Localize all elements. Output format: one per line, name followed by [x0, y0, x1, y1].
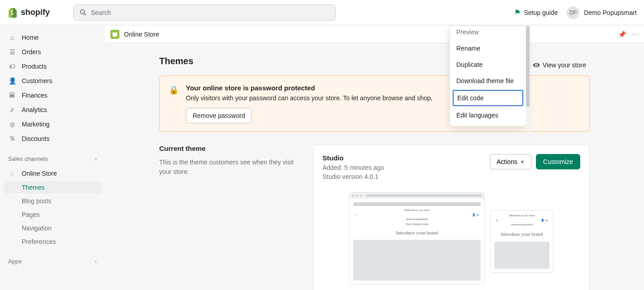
dd-duplicate[interactable]: Duplicate	[450, 56, 526, 73]
sidebar: ⌂Home ☰Orders 🏷Products 👤Customers 🏛Fina…	[0, 25, 105, 290]
dd-preview[interactable]: Preview	[450, 28, 526, 40]
nav-discounts[interactable]: ％Discounts	[4, 132, 101, 145]
shopify-bag-icon	[7, 7, 18, 18]
eye-icon	[533, 61, 540, 69]
setup-guide-label: Setup guide	[524, 9, 558, 16]
banner-title: Your online store is password protected	[186, 84, 432, 92]
nav-products[interactable]: 🏷Products	[4, 60, 101, 73]
discounts-icon: ％	[8, 135, 16, 143]
theme-preview: Welcome to our store ⌕👤 🛍 demopopupsmart…	[322, 190, 580, 285]
theme-card: Studio Added: 5 minutes ago Studio versi…	[313, 145, 590, 290]
online-store-channel-icon	[110, 30, 119, 39]
theme-name: Studio	[322, 154, 384, 162]
brand-name: shopify	[21, 8, 50, 17]
nav-orders[interactable]: ☰Orders	[4, 45, 101, 59]
search-icon	[79, 9, 87, 17]
nav-blog-posts[interactable]: Blog posts	[4, 195, 101, 207]
profile-name: Demo Popupsmart	[584, 9, 637, 16]
remove-password-button[interactable]: Remove password	[186, 108, 252, 123]
nav-preferences[interactable]: Preferences	[4, 235, 101, 248]
avatar: DP	[567, 6, 579, 19]
current-theme-info: Current theme This is the theme customer…	[159, 145, 295, 290]
nav-finances[interactable]: 🏛Finances	[4, 89, 101, 102]
marketing-icon: ◎	[8, 120, 16, 128]
flag-icon: ⚑	[514, 8, 521, 17]
dd-download-theme-file[interactable]: Download theme file	[450, 73, 526, 89]
customers-icon: 👤	[8, 77, 16, 85]
customize-button[interactable]: Customize	[536, 154, 580, 169]
actions-dropdown: Preview Rename Duplicate Download theme …	[450, 25, 526, 126]
breadcrumb-bar: Online Store 📌 ⋯	[105, 25, 644, 43]
nav-customers[interactable]: 👤Customers	[4, 74, 101, 88]
desktop-preview: Welcome to our store ⌕👤 🛍 demopopupsmart…	[349, 192, 485, 285]
dd-edit-languages[interactable]: Edit languages	[450, 107, 526, 123]
setup-guide-link[interactable]: ⚑ Setup guide	[514, 8, 558, 17]
current-theme-desc: This is the theme customers see when the…	[159, 158, 295, 177]
lock-icon: 🔒	[169, 85, 179, 95]
banner-body: Only visitors with your password can acc…	[186, 94, 432, 102]
profile-menu[interactable]: DP Demo Popupsmart	[567, 6, 637, 19]
analytics-icon: ⫽	[8, 106, 16, 114]
orders-icon: ☰	[8, 48, 16, 56]
chevron-right-icon: ›	[95, 155, 97, 162]
nav-navigation[interactable]: Navigation	[4, 222, 101, 234]
store-icon: ⌂	[8, 169, 16, 178]
pin-icon[interactable]: 📌	[618, 31, 626, 38]
caret-down-icon: ▼	[520, 159, 525, 164]
nav-home[interactable]: ⌂Home	[4, 31, 101, 44]
main-area: Online Store 📌 ⋯ View your store Themes …	[105, 25, 644, 290]
nav-online-store[interactable]: ⌂Online Store	[4, 167, 101, 180]
products-icon: 🏷	[8, 62, 16, 70]
nav-analytics[interactable]: ⫽Analytics	[4, 103, 101, 117]
mobile-preview: Welcome to our store ≡👤 🛍 demopopupsmart…	[490, 210, 554, 273]
chevron-right-icon: ›	[95, 258, 97, 265]
apps-section[interactable]: Apps ›	[4, 254, 101, 268]
breadcrumb-label: Online Store	[124, 31, 159, 38]
dd-rename[interactable]: Rename	[450, 40, 526, 56]
current-theme-heading: Current theme	[159, 145, 295, 152]
search-wrap: Search	[73, 5, 336, 21]
theme-version: Studio version 4.0.1	[322, 173, 384, 182]
more-icon[interactable]: ⋯	[632, 31, 639, 38]
nav-marketing[interactable]: ◎Marketing	[4, 117, 101, 131]
home-icon: ⌂	[8, 33, 16, 42]
nav-themes[interactable]: Themes	[4, 181, 101, 194]
sales-channels-section[interactable]: Sales channels ›	[4, 152, 101, 166]
search-placeholder: Search	[91, 9, 111, 16]
dd-edit-code[interactable]: Edit code	[453, 90, 523, 106]
theme-added: Added: 5 minutes ago	[322, 164, 384, 173]
dropdown-scrollbar[interactable]	[526, 26, 530, 139]
actions-button[interactable]: Actions ▼	[490, 154, 531, 169]
nav-pages[interactable]: Pages	[4, 208, 101, 221]
view-your-store-link[interactable]: View your store	[533, 61, 586, 69]
topbar-right: ⚑ Setup guide DP Demo Popupsmart	[514, 6, 637, 19]
top-bar: shopify Search ⚑ Setup guide DP Demo Pop…	[0, 0, 644, 25]
search-input[interactable]: Search	[73, 5, 336, 21]
shopify-logo[interactable]: shopify	[7, 7, 50, 18]
finances-icon: 🏛	[8, 91, 16, 99]
